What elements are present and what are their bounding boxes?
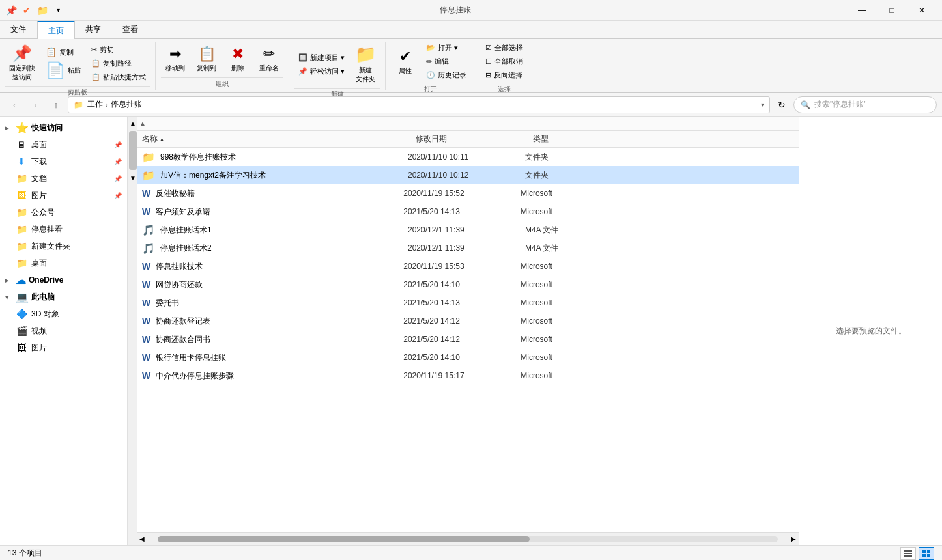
file-date: 2020/12/1 11:39 [408,244,525,253]
copy-button[interactable]: 📋 复制 [42,46,85,59]
address-dropdown-arrow[interactable]: ▾ [761,101,764,108]
move-to-button[interactable]: ➡ 移动到 [161,43,190,76]
properties-button[interactable]: ✔ 属性 [391,46,420,78]
search-bar[interactable]: 🔍 搜索"停息挂账" [793,96,937,113]
table-row[interactable]: W 协商还款登记表 2021/5/20 14:12 Microsoft [137,312,799,330]
select-none-button[interactable]: ☐ 全部取消 [481,55,527,68]
table-row[interactable]: 📁 加V信：mengxt2备注学习技术 2020/11/10 10:12 文件夹 [137,166,799,184]
view-buttons [900,547,934,560]
sidebar-item-documents-label: 文档 [31,173,47,184]
toolbar: ‹ › ↑ 📁 工作 › 停息挂账 ▾ ↻ 🔍 搜索"停息挂账" [0,93,942,117]
sidebar-section-quickaccess[interactable]: ▸ ⭐ 快速访问 [0,119,127,136]
paste-shortcut-button[interactable]: 📋 粘贴快捷方式 [87,71,150,83]
table-row[interactable]: W 停息挂账技术 2020/11/19 15:53 Microsoft [137,257,799,275]
pin-to-quickaccess-button[interactable]: 📌 固定到快速访问 [5,42,39,85]
table-row[interactable]: 🎵 停息挂账话术1 2020/12/1 11:39 M4A 文件 [137,221,799,239]
minimize-button[interactable]: — [847,0,877,21]
thispc-icon: 💻 [16,291,29,303]
new-item-button[interactable]: 🔲 新建项目 ▾ [294,51,349,64]
close-button[interactable]: ✕ [907,0,937,21]
address-crumb-2[interactable]: 停息挂账 [111,99,142,110]
ribbon-group-clipboard: 📌 固定到快速访问 📋 复制 📄 粘贴 ✂ 剪切 [0,42,156,90]
word-icon: W [142,261,150,272]
sidebar-item-tingxiguazhang[interactable]: 📁 停息挂看 [5,221,127,238]
ribbon-tabs: 文件 主页 共享 查看 [0,21,942,39]
table-row[interactable]: 📁 998教学停息挂账技术 2020/11/10 10:11 文件夹 [137,148,799,166]
sidebar-item-desktop2[interactable]: 📁 桌面 [5,255,127,272]
col-header-name[interactable]: 名称 ▴ [142,133,416,145]
easy-access-button[interactable]: 📌 轻松访问 ▾ [294,65,349,77]
file-name: 反催收秘籍 [156,188,403,199]
hscroll-thumb[interactable] [158,536,530,542]
sidebar-item-newfolder[interactable]: 📁 新建文件夹 [5,238,127,255]
ribbon-group-open: ✔ 属性 📂 打开 ▾ ✏ 编辑 🕐 历史记录 [386,42,476,90]
maximize-button[interactable]: □ [877,0,907,21]
sidebar-item-3dobjects[interactable]: 🔷 3D 对象 [5,305,127,322]
large-icons-view-button[interactable] [919,547,934,560]
copy-path-button[interactable]: 📋 复制路径 [87,57,150,70]
rename-button[interactable]: ✏ 重命名 [255,43,283,76]
hscroll-right-arrow[interactable]: ▶ [791,535,796,542]
file-type: M4A 文件 [525,225,793,236]
open-button[interactable]: 📂 打开 ▾ [422,42,470,54]
edit-button[interactable]: ✏ 编辑 [422,55,470,68]
pin-icon[interactable]: 📌 [5,5,17,16]
cut-button[interactable]: ✂ 剪切 [87,44,150,56]
sidebar-scrollbar: ▲ ▼ [128,117,137,545]
col-header-date[interactable]: 修改日期 [416,133,533,145]
sidebar-item-pictures2[interactable]: 🖼 图片 [5,339,127,356]
delete-button[interactable]: ✖ 删除 [223,43,252,76]
address-crumb-1[interactable]: 工作 [87,99,103,110]
table-row[interactable]: W 中介代办停息挂账步骤 2020/11/19 15:17 Microsoft [137,367,799,385]
invert-selection-button[interactable]: ⊟ 反向选择 [481,69,527,81]
ribbon: 文件 主页 共享 查看 📌 固定到快速访问 📋 复制 📄 粘 [0,21,942,93]
table-row[interactable]: W 客户须知及承诺 2021/5/20 14:13 Microsoft [137,203,799,221]
history-button[interactable]: 🕐 历史记录 [422,69,470,81]
select-all-button[interactable]: ☑ 全部选择 [481,42,527,54]
file-type: Microsoft [521,189,793,198]
documents-pin-icon: 📌 [114,175,122,182]
tab-view[interactable]: 查看 [112,21,149,38]
sidebar-item-documents[interactable]: 📁 文档 📌 [5,170,127,187]
open-label: 打开 [391,83,470,95]
sidebar-scroll-up[interactable]: ▲ [128,117,137,130]
file-list-scroll-up-arrow[interactable]: ▲ [139,120,146,127]
table-row[interactable]: W 网贷协商还款 2021/5/20 14:10 Microsoft [137,275,799,294]
sidebar-section-onedrive[interactable]: ▸ ☁ OneDrive [0,272,127,288]
table-row[interactable]: W 银行信用卡停息挂账 2021/5/20 14:10 Microsoft [137,348,799,367]
table-row[interactable]: 🎵 停息挂账话术2 2020/12/1 11:39 M4A 文件 [137,239,799,257]
tab-file[interactable]: 文件 [0,21,37,38]
sidebar-scroll-thumb[interactable] [129,131,137,170]
sidebar-scroll-down[interactable]: ▼ [128,171,137,184]
col-header-type[interactable]: 类型 [533,133,793,145]
tab-share[interactable]: 共享 [75,21,112,38]
refresh-button[interactable]: ↻ [773,96,791,114]
file-name: 客户须知及承诺 [156,206,403,217]
paste-button[interactable]: 📄 粘贴 [42,60,85,81]
folder-title-icon[interactable]: 📁 [36,5,48,16]
hscroll-left-arrow[interactable]: ◀ [139,535,145,542]
back-button[interactable]: ‹ [5,96,23,114]
quickaccess-icon: ⭐ [16,122,29,134]
file-list: 📁 998教学停息挂账技术 2020/11/10 10:11 文件夹 📁 加V信… [137,148,799,532]
invert-icon: ⊟ [485,71,491,79]
table-row[interactable]: W 委托书 2021/5/20 14:13 Microsoft [137,294,799,312]
sidebar-item-videos[interactable]: 🎬 视频 [5,322,127,339]
address-bar[interactable]: 📁 工作 › 停息挂账 ▾ [68,96,770,113]
details-view-button[interactable] [900,547,916,560]
up-button[interactable]: ↑ [47,96,65,114]
sidebar-item-downloads[interactable]: ⬇ 下载 📌 [5,153,127,170]
forward-button[interactable]: › [26,96,44,114]
file-date: 2020/11/10 10:11 [408,152,525,161]
new-folder-button[interactable]: 📁 新建文件夹 [351,42,380,87]
copy-to-button[interactable]: 📋 复制到 [192,43,221,76]
sidebar-item-pictures[interactable]: 🖼 图片 📌 [5,187,127,204]
table-row[interactable]: W 协商还款合同书 2021/5/20 14:12 Microsoft [137,330,799,348]
sidebar-section-thispc[interactable]: ▾ 💻 此电脑 [0,288,127,305]
title-dropdown-arrow[interactable]: ▾ [52,5,64,16]
table-row[interactable]: W 反催收秘籍 2020/11/19 15:52 Microsoft [137,184,799,203]
sidebar-item-desktop[interactable]: 🖥 桌面 📌 [5,136,127,153]
sidebar-item-gongzhonghao[interactable]: 📁 公众号 [5,204,127,221]
check-icon[interactable]: ✔ [21,5,33,16]
tab-home[interactable]: 主页 [37,21,75,39]
